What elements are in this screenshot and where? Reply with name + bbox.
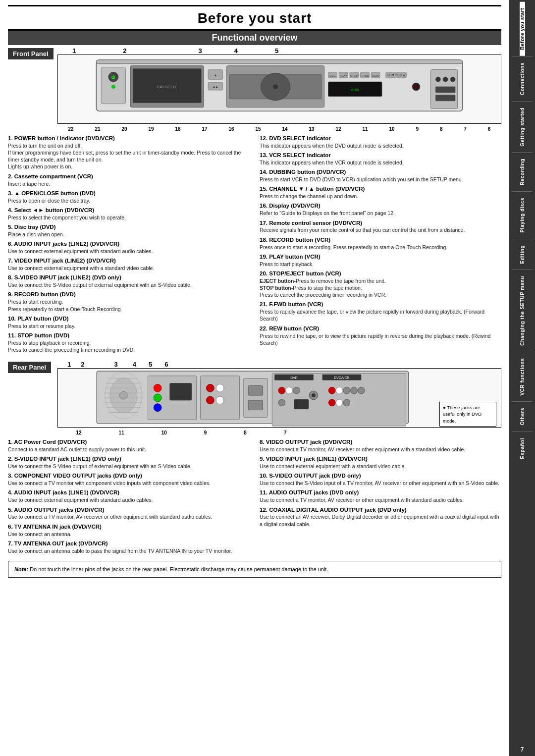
svg-text:CASSETTE: CASSETTE xyxy=(157,85,177,89)
sidebar-espanol[interactable]: Español xyxy=(520,432,525,465)
rear-item-4: 4. AUDIO INPUT jacks (LINE1) (DVD/VCR) U… xyxy=(8,489,250,503)
sidebar-vcr-functions[interactable]: VCR functions xyxy=(520,352,525,401)
front-item-4: 4. Select ◄► button (DVD/VCR) Press to s… xyxy=(8,207,250,221)
svg-point-80 xyxy=(343,387,350,394)
rear-item-6: 6. TV ANTENNA IN jack (DVD/VCR) Use to c… xyxy=(8,523,250,538)
sidebar-others[interactable]: Others xyxy=(520,402,525,431)
sidebar-playing-discs[interactable]: Playing discs xyxy=(520,192,525,238)
page-number: 7 xyxy=(521,746,524,756)
sidebar-before-you-start[interactable]: Before you start xyxy=(520,2,525,56)
svg-point-56 xyxy=(154,404,161,412)
svg-text:STOP: STOP xyxy=(350,74,358,77)
front-item-3: 3. ▲ OPEN/CLOSE button (DVD) Press to op… xyxy=(8,190,250,204)
sidebar-connections[interactable]: Connections xyxy=(520,56,525,101)
svg-text:DVD: DVD xyxy=(290,376,298,379)
section-header: Functional overview xyxy=(8,31,501,45)
sidebar-setup-menu[interactable]: Changing the SETUP menu xyxy=(520,270,525,352)
rear-item-8: 8. VIDEO OUTPUT jack (DVD/VCR) Use to co… xyxy=(260,438,501,453)
rear-item-9: 9. VIDEO INPUT jack (LINE1) (DVD/VCR) Us… xyxy=(260,455,501,470)
svg-text:CH▼: CH▼ xyxy=(386,73,395,77)
svg-point-84 xyxy=(336,399,343,406)
svg-text:REW: REW xyxy=(372,74,379,77)
front-item-15: 15. CHANNEL ▼ / ▲ button (DVD/VCR) Press… xyxy=(260,185,501,200)
front-item-6: 6. AUDIO INPUT jacks (LINE2) (DVD/VCR) U… xyxy=(8,240,250,255)
svg-point-61 xyxy=(207,396,214,404)
svg-point-54 xyxy=(154,384,161,392)
svg-point-72 xyxy=(278,399,285,406)
svg-point-85 xyxy=(343,399,350,406)
front-item-1: 1. POWER button / indicator (DVD/VCR) Pr… xyxy=(8,135,250,170)
svg-rect-73 xyxy=(294,399,309,409)
svg-text:▲: ▲ xyxy=(214,73,217,77)
svg-point-59 xyxy=(207,384,214,392)
svg-point-78 xyxy=(328,387,335,394)
rear-panel-bottom-numbers: 12 11 10 9 8 7 xyxy=(57,430,305,435)
svg-point-34 xyxy=(414,85,418,89)
rear-item-12: 12. COAXIAL DIGITAL AUDIO OUTPUT jack (D… xyxy=(260,506,501,528)
front-item-7: 7. VIDEO INPUT jack (LINE2) (DVD/VCR) Us… xyxy=(8,257,250,271)
front-panel-diagram: ⏻ CASSETTE ▲ ◄► xyxy=(58,55,501,123)
svg-text:DVD/VCR: DVD/VCR xyxy=(334,376,349,379)
front-item-10: 10. PLAY button (DVD) Press to start or … xyxy=(8,315,250,329)
right-sidebar: Before you start Connections Getting sta… xyxy=(509,0,535,756)
svg-rect-1 xyxy=(96,60,462,64)
svg-rect-57 xyxy=(170,383,192,400)
rear-item-2: 2. S-VIDEO INPUT jack (LINE1) (DVD only)… xyxy=(8,455,250,470)
front-item-19: 19. PLAY button (VCR) Press to start pla… xyxy=(260,253,501,268)
svg-point-5 xyxy=(111,85,115,89)
front-item-2: 2. Cassette compartment (VCR) Insert a t… xyxy=(8,173,250,187)
front-item-13: 13. VCR SELECT indicator This indicator … xyxy=(260,152,501,166)
note-box: Note: Do not touch the inner pins of the… xyxy=(8,561,501,578)
svg-point-83 xyxy=(328,399,335,406)
front-item-22: 22. REW button (VCR) Press to rewind the… xyxy=(260,325,501,346)
front-item-21: 21. F.FWD button (VCR) Press to rapidly … xyxy=(260,301,501,322)
front-item-14: 14. DUBBING button (DVD/VCR) Press to st… xyxy=(260,168,501,183)
rear-item-7: 7. TV ANTENNA OUT jack (DVD/VCR) Use to … xyxy=(8,540,250,554)
rear-item-3: 3. COMPONENT VIDEO OUTPUT jacks (DVD onl… xyxy=(8,472,250,486)
rear-panel-diagram: DVD DVD/VCR xyxy=(58,369,501,427)
svg-point-37 xyxy=(443,77,448,82)
sidebar-editing[interactable]: Editing xyxy=(520,239,525,270)
svg-point-71 xyxy=(293,387,300,394)
svg-rect-40 xyxy=(435,95,455,101)
svg-point-82 xyxy=(358,387,365,394)
rear-item-1: 1. AC Power Cord (DVD/VCR) Connect to a … xyxy=(8,438,250,453)
svg-text:⏻: ⏻ xyxy=(111,75,115,80)
sidebar-getting-started[interactable]: Getting started xyxy=(520,102,525,153)
front-panel-bottom-numbers: 22 21 20 19 18 17 16 15 14 13 12 11 10 9… xyxy=(57,126,501,132)
front-item-8: 8. S-VIDEO INPUT jack (LINE2) (DVD only)… xyxy=(8,274,250,288)
rear-item-11: 11. AUDIO OUTPUT jacks (DVD only) Use to… xyxy=(260,489,501,503)
rear-item-10: 10. S-VIDEO OUTPUT jack (DVD only) Use t… xyxy=(260,472,501,486)
rear-item-5: 5. AUDIO OUTPUT jacks (DVD/VCR) Use to c… xyxy=(8,506,250,521)
front-item-11: 11. STOP button (DVD) Press to stop play… xyxy=(8,332,250,353)
page-title: Before you start xyxy=(8,5,501,31)
front-item-12: 12. DVD SELECT indicator This indicator … xyxy=(260,135,501,149)
svg-point-69 xyxy=(278,387,285,394)
svg-text:◄►: ◄► xyxy=(212,85,219,89)
front-item-16: 16. Display (DVD/VCR) Refer to "Guide to… xyxy=(260,202,501,216)
svg-text:CH▲: CH▲ xyxy=(397,73,406,77)
front-item-5: 5. Disc tray (DVD) Place a disc when ope… xyxy=(8,223,250,238)
front-item-9: 9. RECORD button (DVD) Press to start re… xyxy=(8,291,250,312)
svg-point-55 xyxy=(154,394,161,402)
svg-point-75 xyxy=(312,393,316,397)
svg-point-79 xyxy=(336,387,343,394)
front-panel-label: Front Panel xyxy=(8,48,54,59)
svg-point-81 xyxy=(351,387,358,394)
svg-text:FFWD: FFWD xyxy=(361,74,369,77)
rear-panel-top-numbers: 1 2 3 4 5 6 xyxy=(57,360,501,368)
svg-rect-64 xyxy=(248,385,263,395)
svg-text:REC: REC xyxy=(329,74,336,77)
svg-point-38 xyxy=(450,77,455,82)
sidebar-recording[interactable]: Recording xyxy=(520,153,525,191)
svg-point-70 xyxy=(286,387,293,394)
svg-point-62 xyxy=(216,396,224,404)
svg-text:PLAY: PLAY xyxy=(340,74,347,77)
front-item-20: 20. STOP/EJECT button (VCR) EJECT button… xyxy=(260,270,501,298)
svg-text:0:00: 0:00 xyxy=(351,88,359,92)
svg-point-60 xyxy=(216,384,224,392)
front-item-17: 17. Remote control sensor (DVD/VCR) Rece… xyxy=(260,219,501,234)
front-item-18: 18. RECORD button (VCR) Press once to st… xyxy=(260,236,501,251)
rear-panel-label: Rear Panel xyxy=(8,362,51,373)
svg-rect-65 xyxy=(248,400,263,410)
